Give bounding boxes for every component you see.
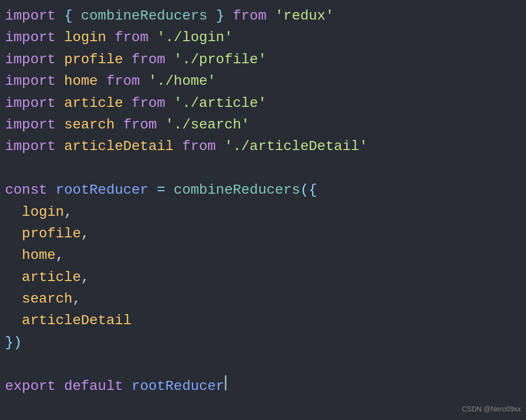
token-plain bbox=[56, 49, 64, 70]
token-kw-from: from bbox=[132, 49, 165, 70]
code-line: import search from './search' bbox=[5, 114, 526, 135]
token-plain bbox=[56, 135, 64, 157]
token-str: './home' bbox=[149, 70, 216, 92]
token-kw-import: export bbox=[5, 375, 56, 397]
token-kw-from: from bbox=[182, 135, 216, 157]
token-kw-from: from bbox=[114, 27, 148, 48]
token-plain bbox=[5, 310, 22, 331]
token-kw-import: import bbox=[5, 49, 56, 70]
token-plain bbox=[106, 27, 115, 48]
code-line: import articleDetail from './articleDeta… bbox=[5, 135, 526, 157]
code-line: login, bbox=[5, 201, 526, 223]
token-str: './profile' bbox=[174, 49, 267, 70]
code-line: import home from './home' bbox=[5, 70, 526, 92]
token-plain bbox=[56, 114, 64, 135]
token-id-yellow: search bbox=[64, 114, 115, 135]
token-plain bbox=[56, 92, 64, 114]
code-line bbox=[5, 158, 526, 179]
token-id-yellow: article bbox=[64, 92, 123, 114]
token-plain bbox=[5, 266, 22, 288]
token-id-yellow: home bbox=[64, 70, 98, 92]
token-plain bbox=[123, 375, 132, 397]
token-plain bbox=[56, 375, 64, 397]
token-id-cyan: combineReducers bbox=[174, 179, 300, 201]
code-line: search, bbox=[5, 288, 526, 310]
token-id-cyan: combineReducers bbox=[81, 5, 207, 27]
code-line: article, bbox=[5, 266, 526, 288]
token-plain bbox=[157, 114, 166, 135]
token-kw-import: import bbox=[5, 27, 56, 48]
token-kw-from: from bbox=[106, 70, 140, 92]
code-line: import article from './article' bbox=[5, 92, 526, 114]
token-plain bbox=[207, 5, 216, 27]
token-punct: }) bbox=[5, 332, 22, 353]
code-line: import { combineReducers } from 'redux' bbox=[5, 5, 526, 27]
token-plain bbox=[123, 49, 132, 70]
token-str: './article' bbox=[174, 92, 267, 114]
code-editor: import { combineReducers } from 'redux'i… bbox=[0, 0, 526, 420]
token-plain bbox=[72, 5, 81, 27]
token-plain bbox=[98, 70, 106, 92]
watermark: CSDN @Nero09xx bbox=[462, 404, 521, 415]
token-id-yellow: home bbox=[22, 244, 56, 266]
token-kw-import: import bbox=[5, 114, 56, 135]
code-line: import login from './login' bbox=[5, 27, 526, 48]
code-line: import profile from './profile' bbox=[5, 49, 526, 70]
token-kw-from: from bbox=[123, 114, 157, 135]
token-plain bbox=[165, 179, 174, 201]
token-kw-import: import bbox=[5, 70, 56, 92]
token-id-yellow: search bbox=[22, 288, 73, 310]
token-kw-import: import bbox=[5, 92, 56, 114]
token-plain bbox=[149, 27, 157, 48]
code-lines: import { combineReducers } from 'redux'i… bbox=[5, 5, 526, 397]
token-id-root: rootReducer bbox=[132, 375, 224, 397]
token-plain bbox=[114, 114, 123, 135]
token-punct: { bbox=[64, 5, 73, 27]
code-line bbox=[5, 353, 526, 375]
token-kw-import: import bbox=[5, 135, 56, 157]
code-line: }) bbox=[5, 332, 526, 353]
token-punct: ({ bbox=[300, 179, 317, 201]
code-line: profile, bbox=[5, 223, 526, 244]
token-plain bbox=[174, 135, 182, 157]
token-plain: , bbox=[72, 288, 81, 310]
token-plain: , bbox=[64, 201, 73, 223]
token-id-yellow: login bbox=[22, 201, 64, 223]
token-kw-import: import bbox=[5, 5, 56, 27]
token-plain: , bbox=[81, 266, 89, 288]
token-plain bbox=[47, 179, 56, 201]
token-op: = bbox=[157, 179, 165, 201]
token-id-root: rootReducer bbox=[56, 179, 149, 201]
token-plain bbox=[165, 49, 174, 70]
token-id-yellow: article bbox=[22, 266, 81, 288]
token-plain bbox=[123, 92, 132, 114]
code-line: home, bbox=[5, 244, 526, 266]
token-str: './search' bbox=[165, 114, 249, 135]
token-plain bbox=[149, 179, 157, 201]
token-kw-const: const bbox=[5, 179, 47, 201]
token-punct: } bbox=[216, 5, 224, 27]
token-str: './articleDetail' bbox=[224, 135, 368, 157]
token-plain bbox=[56, 5, 64, 27]
token-kw-default: default bbox=[64, 375, 123, 397]
token-plain bbox=[5, 244, 22, 266]
token-plain bbox=[165, 92, 174, 114]
token-plain bbox=[56, 70, 64, 92]
token-id-yellow: articleDetail bbox=[22, 310, 132, 331]
code-line: export default rootReducer bbox=[5, 375, 526, 397]
token-kw-from: from bbox=[132, 92, 165, 114]
token-id-yellow: login bbox=[64, 27, 106, 48]
token-plain: , bbox=[81, 223, 89, 244]
token-kw-from: from bbox=[233, 5, 267, 27]
token-id-yellow: profile bbox=[22, 223, 81, 244]
token-id-yellow: profile bbox=[64, 49, 123, 70]
token-plain bbox=[5, 223, 22, 244]
token-plain bbox=[5, 288, 22, 310]
code-line: articleDetail bbox=[5, 310, 526, 331]
token-plain: , bbox=[56, 244, 64, 266]
token-plain bbox=[224, 5, 233, 27]
token-plain bbox=[216, 135, 224, 157]
token-plain bbox=[140, 70, 149, 92]
token-plain bbox=[267, 5, 275, 27]
token-plain bbox=[5, 201, 22, 223]
